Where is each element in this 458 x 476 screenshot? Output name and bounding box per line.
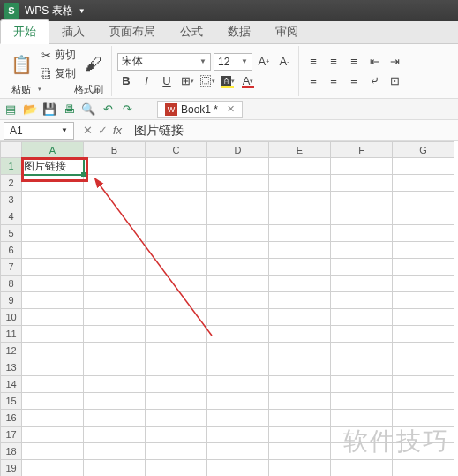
row-header-11[interactable]: 11 [1, 326, 22, 343]
cell[interactable] [84, 460, 146, 477]
cell[interactable] [22, 460, 84, 477]
cell[interactable] [22, 410, 84, 427]
cell[interactable] [207, 343, 269, 359]
cell[interactable] [269, 410, 331, 427]
copy-button[interactable]: ⿻复制 [36, 65, 79, 82]
cell[interactable] [393, 359, 454, 376]
col-header-C[interactable]: C [146, 142, 207, 158]
tab-data[interactable]: 数据 [215, 20, 263, 43]
cell[interactable] [207, 259, 269, 276]
cell[interactable] [269, 443, 331, 460]
cell[interactable] [269, 460, 331, 477]
cell[interactable] [207, 410, 269, 427]
cell[interactable] [146, 208, 207, 225]
decrease-font-button[interactable]: A- [275, 53, 293, 71]
cell[interactable] [331, 359, 393, 376]
col-header-F[interactable]: F [331, 142, 393, 158]
align-center-button[interactable]: ≡ [325, 72, 342, 90]
cell[interactable] [393, 158, 454, 175]
cell[interactable] [146, 460, 207, 477]
cell[interactable] [146, 443, 207, 460]
open-icon[interactable]: 📂 [23, 102, 37, 117]
cell[interactable] [269, 393, 331, 410]
cell[interactable] [84, 276, 146, 292]
print-icon[interactable]: 🖶 [62, 102, 76, 117]
align-middle-button[interactable]: ≡ [325, 53, 342, 71]
cell[interactable] [269, 259, 331, 276]
cell[interactable] [22, 443, 84, 460]
row-header-7[interactable]: 7 [1, 259, 22, 276]
row-header-16[interactable]: 16 [1, 410, 22, 427]
cell[interactable] [146, 175, 207, 192]
tab-formula[interactable]: 公式 [168, 20, 215, 43]
cell[interactable] [207, 443, 269, 460]
cell[interactable] [207, 376, 269, 393]
cell[interactable] [22, 276, 84, 292]
row-header-5[interactable]: 5 [1, 225, 22, 242]
cell-A1[interactable]: 图片链接 [22, 158, 84, 175]
cell[interactable] [84, 242, 146, 259]
cell[interactable] [84, 259, 146, 276]
tab-insert[interactable]: 插入 [49, 20, 97, 43]
cell[interactable] [393, 343, 454, 359]
row-header-17[interactable]: 17 [1, 427, 22, 443]
increase-font-button[interactable]: A+ [255, 53, 273, 71]
align-left-button[interactable]: ≡ [304, 72, 322, 90]
cell[interactable] [146, 158, 207, 175]
align-right-button[interactable]: ≡ [345, 72, 363, 90]
cell[interactable] [393, 326, 454, 343]
cell[interactable] [393, 309, 454, 326]
tab-page-layout[interactable]: 页面布局 [97, 20, 168, 43]
close-icon[interactable]: ✕ [227, 103, 235, 115]
cell[interactable] [331, 158, 393, 175]
cell[interactable] [207, 292, 269, 309]
col-header-B[interactable]: B [84, 142, 146, 158]
cell[interactable] [393, 443, 454, 460]
cell[interactable] [269, 427, 331, 443]
row-header-19[interactable]: 19 [1, 460, 22, 477]
cell[interactable] [146, 376, 207, 393]
cell[interactable] [146, 309, 207, 326]
cut-button[interactable]: ✂剪切 [36, 47, 79, 64]
cell[interactable] [84, 175, 146, 192]
cell[interactable] [22, 208, 84, 225]
cell[interactable] [331, 259, 393, 276]
cell[interactable] [269, 158, 331, 175]
cell[interactable] [393, 276, 454, 292]
cell[interactable] [146, 410, 207, 427]
cell[interactable] [22, 376, 84, 393]
cell[interactable] [84, 427, 146, 443]
cell[interactable] [331, 427, 393, 443]
cell[interactable] [22, 225, 84, 242]
cell[interactable] [146, 359, 207, 376]
row-header-4[interactable]: 4 [1, 208, 22, 225]
format-painter-button[interactable]: 🖌 [81, 52, 106, 77]
titlebar-dropdown-icon[interactable]: ▼ [79, 7, 86, 15]
preview-icon[interactable]: 🔍 [81, 102, 95, 117]
cell[interactable] [331, 292, 393, 309]
cell[interactable] [393, 259, 454, 276]
cell[interactable] [331, 242, 393, 259]
cell[interactable] [22, 292, 84, 309]
row-header-1[interactable]: 1 [1, 158, 22, 175]
cell[interactable] [22, 309, 84, 326]
cell[interactable] [207, 460, 269, 477]
cell[interactable] [146, 427, 207, 443]
cell[interactable] [207, 326, 269, 343]
row-header-2[interactable]: 2 [1, 175, 22, 192]
cell[interactable] [331, 276, 393, 292]
cell[interactable] [207, 225, 269, 242]
cell[interactable] [269, 376, 331, 393]
cell[interactable] [269, 309, 331, 326]
cell[interactable] [393, 242, 454, 259]
paste-label[interactable]: 粘贴 [11, 83, 31, 96]
cell[interactable] [146, 292, 207, 309]
col-header-E[interactable]: E [269, 142, 331, 158]
cell[interactable] [22, 326, 84, 343]
cell[interactable] [84, 192, 146, 208]
font-name-select[interactable]: 宋体▼ [117, 53, 211, 71]
row-header-6[interactable]: 6 [1, 242, 22, 259]
fx-icon[interactable]: fx [113, 124, 122, 137]
cell[interactable] [269, 292, 331, 309]
align-top-button[interactable]: ≡ [304, 53, 322, 71]
